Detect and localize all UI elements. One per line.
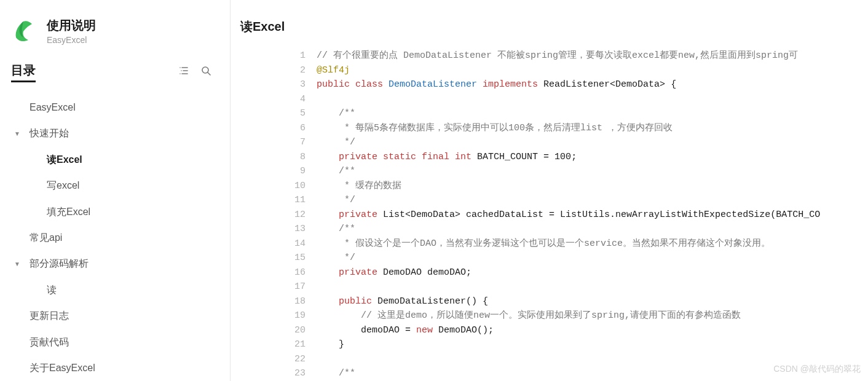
nav-item[interactable]: 更新日志 xyxy=(0,303,230,329)
page-title: 读Excel xyxy=(231,0,868,49)
caret-down-icon: ▼ xyxy=(11,130,23,138)
nav-item[interactable]: 填充Excel xyxy=(0,199,230,225)
line-number: 20 xyxy=(286,323,306,338)
line-number: 9 xyxy=(286,164,306,179)
code-line: /** xyxy=(317,164,868,179)
line-number: 16 xyxy=(286,265,306,280)
line-number: 1 xyxy=(286,49,306,63)
line-number: 19 xyxy=(286,308,306,323)
nav-item-label: 常见api xyxy=(30,231,219,245)
brand: 使用说明 EasyExcel xyxy=(0,11,230,58)
code-line: * 缓存的数据 xyxy=(317,179,868,194)
svg-line-7 xyxy=(208,73,210,75)
nav-item[interactable]: 读Excel xyxy=(0,147,230,173)
line-number: 14 xyxy=(286,237,306,251)
toc-header: 目录 xyxy=(0,58,230,82)
outline-toggle-icon[interactable] xyxy=(178,65,189,76)
nav-item-label: 读 xyxy=(47,283,219,297)
line-number: 4 xyxy=(286,92,306,107)
nav-item-label: 快速开始 xyxy=(30,127,219,140)
code-line: /** xyxy=(317,366,868,381)
line-number: 13 xyxy=(286,222,306,237)
brand-title: 使用说明 xyxy=(47,17,96,34)
brand-subtitle: EasyExcel xyxy=(47,35,96,45)
code-content: // 有个很重要的点 DemoDataListener 不能被spring管理，… xyxy=(317,49,868,381)
line-number: 8 xyxy=(286,150,306,165)
line-number: 23 xyxy=(286,366,306,381)
line-number: 5 xyxy=(286,106,306,121)
line-number: 18 xyxy=(286,294,306,309)
caret-down-icon: ▼ xyxy=(11,260,23,269)
line-number: 7 xyxy=(286,135,306,150)
code-line: // 有个很重要的点 DemoDataListener 不能被spring管理，… xyxy=(317,49,868,63)
code-line: private DemoDAO demoDAO; xyxy=(317,265,868,280)
code-line: */ xyxy=(317,135,868,150)
code-line: private List<DemoData> cachedDataList = … xyxy=(317,208,868,222)
code-line: // 这里是demo，所以随便new一个。实际使用如果到了spring,请使用下… xyxy=(317,308,868,323)
search-icon[interactable] xyxy=(200,65,211,76)
code-line xyxy=(317,280,868,294)
line-number: 15 xyxy=(286,251,306,265)
code-line: @Slf4j xyxy=(317,63,868,78)
line-number: 22 xyxy=(286,352,306,367)
code-line xyxy=(317,352,868,367)
nav-item-label: 关于EasyExcel xyxy=(30,361,219,375)
nav-item[interactable]: 读 xyxy=(0,277,230,303)
sidebar: 使用说明 EasyExcel 目录 xyxy=(0,0,231,381)
code-line: demoDAO = new DemoDAO(); xyxy=(317,323,868,338)
nav-item[interactable]: 贡献代码 xyxy=(0,329,230,355)
nav-item-label: 填充Excel xyxy=(47,205,219,219)
bird-logo-icon xyxy=(11,19,36,44)
nav-item-label: 读Excel xyxy=(47,153,219,167)
line-number: 2 xyxy=(286,63,306,78)
nav-item-label: 部分源码解析 xyxy=(30,257,219,270)
nav-item[interactable]: ▼快速开始 xyxy=(0,120,230,146)
nav-item[interactable]: ▼部分源码解析 xyxy=(0,251,230,277)
code-block: 1234567891011121314151617181920212223 //… xyxy=(286,49,868,381)
code-line: private static final int BATCH_COUNT = 1… xyxy=(317,150,868,165)
line-number: 10 xyxy=(286,179,306,194)
code-line: /** xyxy=(317,106,868,121)
code-line: public DemoDataListener() { xyxy=(317,294,868,309)
nav: EasyExcel▼快速开始读Excel写excel填充Excel常见api▼部… xyxy=(0,82,230,381)
nav-item-label: 贡献代码 xyxy=(30,336,219,349)
code-line: } xyxy=(317,337,868,352)
nav-item-label: EasyExcel xyxy=(30,101,219,114)
code-line: */ xyxy=(317,193,868,208)
nav-item[interactable]: EasyExcel xyxy=(0,95,230,120)
nav-item[interactable]: 写excel xyxy=(0,173,230,198)
code-line: /** xyxy=(317,222,868,237)
main: 读Excel 123456789101112131415161718192021… xyxy=(231,0,868,381)
nav-item[interactable]: 关于EasyExcel xyxy=(0,355,230,381)
code-gutter: 1234567891011121314151617181920212223 xyxy=(286,49,317,381)
code-line: * 假设这个是一个DAO，当然有业务逻辑这个也可以是一个service。当然如果… xyxy=(317,237,868,251)
toc-title: 目录 xyxy=(11,63,36,82)
nav-item-label: 更新日志 xyxy=(30,309,219,323)
nav-item-label: 写excel xyxy=(47,179,219,192)
line-number: 11 xyxy=(286,193,306,208)
line-number: 17 xyxy=(286,280,306,294)
code-line: */ xyxy=(317,251,868,265)
code-line: * 每隔5条存储数据库，实际使用中可以100条，然后清理list ，方便内存回收 xyxy=(317,121,868,136)
line-number: 3 xyxy=(286,77,306,92)
nav-item[interactable]: 常见api xyxy=(0,225,230,251)
code-line xyxy=(317,92,868,107)
code-line: public class DemoDataListener implements… xyxy=(317,77,868,92)
line-number: 21 xyxy=(286,337,306,352)
line-number: 6 xyxy=(286,121,306,136)
line-number: 12 xyxy=(286,208,306,222)
